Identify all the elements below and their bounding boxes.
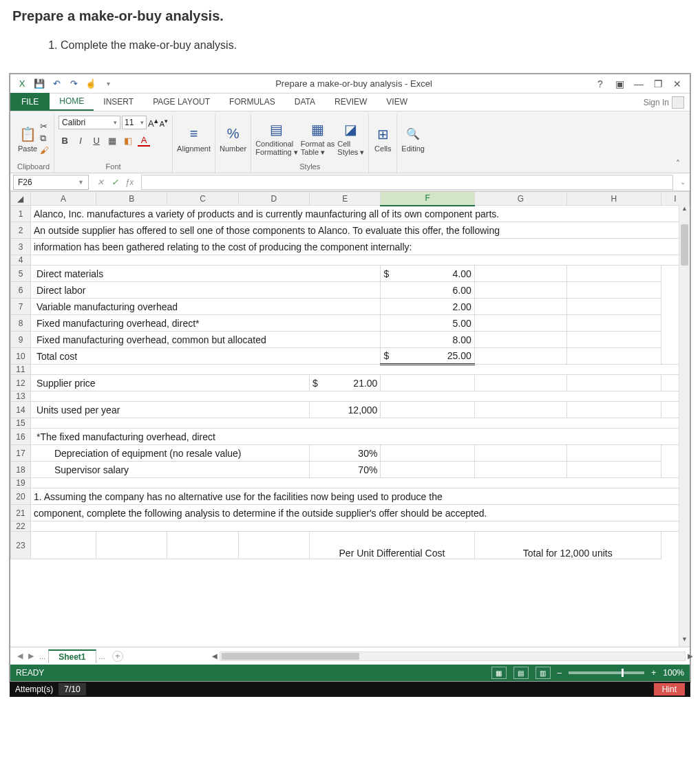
- editing-button[interactable]: 🔍Editing: [401, 125, 425, 153]
- increase-font-icon[interactable]: A▴: [148, 116, 158, 129]
- decrease-font-icon[interactable]: A▾: [160, 117, 168, 128]
- col-header-b[interactable]: B: [96, 192, 167, 206]
- cell[interactable]: An outside supplier has offered to sell …: [30, 222, 689, 239]
- cell[interactable]: Alanco, Inc. manufactures a variety of p…: [30, 206, 689, 222]
- sign-in[interactable]: Sign In: [638, 94, 690, 111]
- cell[interactable]: $25.00: [381, 348, 474, 365]
- font-color-icon[interactable]: A: [138, 135, 150, 147]
- cell[interactable]: information has been gathered relating t…: [30, 239, 689, 255]
- cut-icon[interactable]: ✂: [40, 121, 49, 131]
- hscroll-right-icon[interactable]: ▶: [685, 652, 696, 660]
- copy-icon[interactable]: ⧉: [40, 133, 49, 144]
- vertical-scrollbar[interactable]: ▲ ▼: [679, 205, 690, 647]
- col-header-h[interactable]: H: [567, 192, 661, 206]
- customize-qat-icon[interactable]: ▾: [100, 76, 116, 91]
- cell[interactable]: *The fixed manufacturing overhead, direc…: [30, 429, 689, 445]
- cell[interactable]: 12,000: [310, 402, 381, 418]
- cancel-formula-icon[interactable]: ✕: [94, 177, 107, 187]
- row-header[interactable]: 17: [11, 445, 31, 462]
- row-header[interactable]: 12: [11, 375, 31, 391]
- italic-button[interactable]: I: [74, 136, 87, 146]
- cell-styles-button[interactable]: ◪CellStyles ▾: [337, 120, 364, 157]
- add-sheet-icon[interactable]: +: [112, 651, 123, 662]
- hscroll-thumb[interactable]: [222, 653, 359, 660]
- hscroll-left-icon[interactable]: ◀: [209, 652, 220, 660]
- zoom-out-icon[interactable]: –: [558, 668, 562, 678]
- cells-button[interactable]: ⊞Cells: [373, 125, 392, 153]
- bold-button[interactable]: B: [59, 136, 71, 146]
- scroll-thumb[interactable]: [681, 224, 688, 266]
- row-header[interactable]: 6: [11, 282, 31, 299]
- cell[interactable]: Depreciation of equipment (no resale val…: [30, 445, 309, 462]
- undo-icon[interactable]: ↶: [49, 76, 64, 91]
- zoom-slider[interactable]: [569, 671, 644, 674]
- row-header[interactable]: 4: [11, 255, 31, 266]
- number-button[interactable]: %Number: [220, 125, 246, 153]
- col-header-f[interactable]: F: [381, 192, 474, 206]
- tab-data[interactable]: DATA: [285, 93, 325, 111]
- minimize-icon[interactable]: —: [630, 77, 647, 91]
- cell[interactable]: [30, 255, 689, 266]
- row-header[interactable]: 18: [11, 462, 31, 478]
- sheet-nav-prev-icon[interactable]: ◀: [14, 651, 25, 660]
- cell[interactable]: Units used per year: [30, 402, 309, 418]
- expand-formula-icon[interactable]: ⌄: [676, 178, 690, 186]
- select-all-corner[interactable]: ◢: [11, 192, 31, 206]
- cell[interactable]: [474, 266, 566, 282]
- cell[interactable]: Supervisor salary: [30, 462, 309, 478]
- page-layout-view-icon[interactable]: ▤: [513, 667, 529, 679]
- scroll-up-icon[interactable]: ▲: [679, 205, 690, 216]
- touch-mode-icon[interactable]: ☝: [83, 76, 98, 91]
- cell[interactable]: 5.00: [381, 315, 474, 332]
- row-header[interactable]: 2: [11, 222, 31, 239]
- help-icon[interactable]: ?: [592, 77, 608, 91]
- sheet-nav-more2[interactable]: ...: [96, 652, 108, 660]
- row-header[interactable]: 23: [11, 532, 31, 559]
- row-header[interactable]: 8: [11, 315, 31, 332]
- row-header[interactable]: 21: [11, 505, 31, 521]
- cell[interactable]: Total for 12,000 units: [474, 532, 661, 559]
- format-as-table-button[interactable]: ▦Format asTable ▾: [301, 120, 335, 157]
- row-header[interactable]: 10: [11, 348, 31, 365]
- row-header[interactable]: 7: [11, 299, 31, 315]
- paste-button[interactable]: 📋 Paste: [18, 125, 37, 153]
- tab-page-layout[interactable]: PAGE LAYOUT: [143, 93, 220, 111]
- cell[interactable]: Per Unit Differential Cost: [310, 532, 475, 559]
- cell[interactable]: [567, 266, 661, 282]
- conditional-formatting-button[interactable]: ▤ConditionalFormatting ▾: [255, 120, 298, 157]
- row-header[interactable]: 3: [11, 239, 31, 255]
- worksheet-grid[interactable]: ◢ A B C D E F G H I 1Alanco, Inc. manufa…: [10, 191, 690, 647]
- row-header[interactable]: 19: [11, 478, 31, 488]
- cell[interactable]: $4.00: [381, 266, 474, 282]
- col-header-e[interactable]: E: [310, 192, 381, 206]
- cell[interactable]: 2.00: [381, 299, 474, 315]
- tab-view[interactable]: VIEW: [376, 93, 417, 111]
- restore-icon[interactable]: ❐: [650, 77, 666, 91]
- font-name-dropdown[interactable]: Calibri: [59, 116, 120, 129]
- cell[interactable]: $21.00: [310, 375, 381, 391]
- cell[interactable]: Fixed manufacturing overhead, direct*: [30, 315, 380, 332]
- row-header[interactable]: 22: [11, 521, 31, 532]
- col-header-c[interactable]: C: [167, 192, 238, 206]
- cell[interactable]: Direct materials: [30, 266, 380, 282]
- enter-formula-icon[interactable]: ✓: [109, 177, 121, 187]
- underline-button[interactable]: U: [90, 136, 103, 146]
- col-header-d[interactable]: D: [238, 192, 309, 206]
- cell[interactable]: Variable manufacturing overhead: [30, 299, 380, 315]
- alignment-button[interactable]: ≡Alignment: [177, 125, 211, 153]
- zoom-in-icon[interactable]: +: [651, 668, 656, 678]
- row-header[interactable]: 9: [11, 332, 31, 348]
- cell[interactable]: 6.00: [381, 282, 474, 299]
- cell[interactable]: 1. Assuming the company has no alternati…: [30, 488, 689, 505]
- cell[interactable]: 8.00: [381, 332, 474, 348]
- tab-file[interactable]: FILE: [10, 93, 50, 111]
- redo-icon[interactable]: ↷: [66, 76, 81, 91]
- cell[interactable]: component, complete the following analys…: [30, 505, 689, 521]
- fill-color-icon[interactable]: ◧: [122, 136, 134, 146]
- ribbon-options-icon[interactable]: ▣: [611, 77, 628, 91]
- col-header-i[interactable]: I: [661, 192, 689, 206]
- font-size-dropdown[interactable]: 11: [122, 116, 147, 129]
- row-header[interactable]: 15: [11, 418, 31, 429]
- cell[interactable]: 30%: [310, 445, 381, 462]
- tab-review[interactable]: REVIEW: [325, 93, 376, 111]
